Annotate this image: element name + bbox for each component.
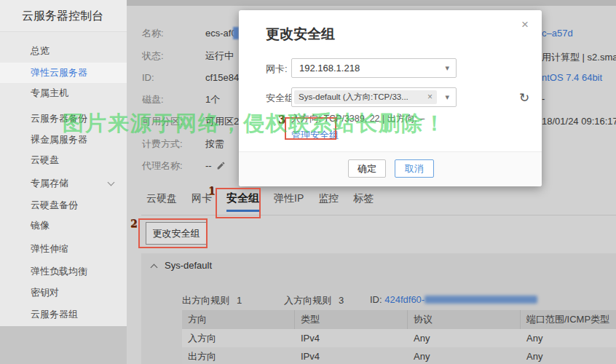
sidebar-item-csbs[interactable]: 云服务器备份 <box>0 108 127 129</box>
sidebar-item-ims[interactable]: 镜像 <box>0 215 127 236</box>
sidebar-item-keypair[interactable]: 密钥对 <box>0 282 127 303</box>
close-icon[interactable]: × <box>521 17 529 32</box>
sidebar-item-dedicated-host[interactable]: 专属主机 <box>0 83 127 103</box>
modal-title: 更改安全组 <box>266 25 335 44</box>
nic-select[interactable]: 192.168.1.218 ▾ <box>291 58 457 78</box>
sidebar-menu: 云服务器控制台 总览 弹性云服务器 专属主机 云服务器备份 裸金属服务器 云硬盘… <box>0 0 127 326</box>
sidebar-item-as[interactable]: 弹性伸缩 <box>0 239 127 259</box>
annotation-box-tab <box>216 188 261 218</box>
sidebar-item-bms[interactable]: 裸金属服务器 <box>0 130 127 150</box>
caret-down-icon: ▾ <box>445 92 449 102</box>
sg-selected-tag: Sys-default (入方向:TCP/33...× <box>294 90 437 104</box>
refresh-icon[interactable]: ↻ <box>519 90 529 106</box>
sidebar-item-overview[interactable]: 总览 <box>0 41 127 61</box>
annotation-step-1: 1 <box>208 185 216 197</box>
nic-label: 网卡: <box>266 63 288 76</box>
sidebar-item-vbs[interactable]: 云硬盘备份 <box>0 195 127 215</box>
modal-footer: 确定 取消 <box>239 151 542 186</box>
sidebar-item-label: 专属存储 <box>31 178 68 189</box>
sidebar-item-evs[interactable]: 云硬盘 <box>0 150 127 170</box>
sidebar-item-elb[interactable]: 弹性负载均衡 <box>0 261 127 282</box>
caret-down-icon: ▾ <box>445 63 449 73</box>
sidebar-item-ecs[interactable]: 弹性云服务器 <box>0 63 127 83</box>
sidebar-item-server-group[interactable]: 云服务器组 <box>0 304 127 325</box>
nic-select-value: 192.168.1.218 <box>299 59 360 77</box>
sidebar: 云服务器控制台 总览 弹性云服务器 专属主机 云服务器备份 裸金属服务器 云硬盘… <box>0 0 127 364</box>
console-title: 云服务器控制台 <box>0 0 127 32</box>
annotation-box-button <box>138 218 208 248</box>
ok-button[interactable]: 确定 <box>348 159 386 178</box>
annotation-box-link <box>285 117 336 140</box>
sg-tag-text: Sys-default (入方向:TCP/33... <box>299 92 408 101</box>
sg-select[interactable]: Sys-default (入方向:TCP/33...× ▾ ↻ <box>291 87 457 107</box>
tag-remove-icon[interactable]: × <box>427 90 433 104</box>
cancel-button[interactable]: 取消 <box>395 159 434 178</box>
chevron-down-icon <box>108 179 115 186</box>
change-security-group-modal: × 更改安全组 网卡: 192.168.1.218 ▾ 安全组: Sys-def… <box>239 10 542 186</box>
sidebar-item-dss[interactable]: 专属存储 <box>0 173 127 194</box>
annotation-step-2: 2 <box>130 218 138 229</box>
app-window: 云服务器控制台 总览 弹性云服务器 专属主机 云服务器备份 裸金属服务器 云硬盘… <box>0 0 616 364</box>
annotation-step-3: 3 <box>278 114 285 125</box>
